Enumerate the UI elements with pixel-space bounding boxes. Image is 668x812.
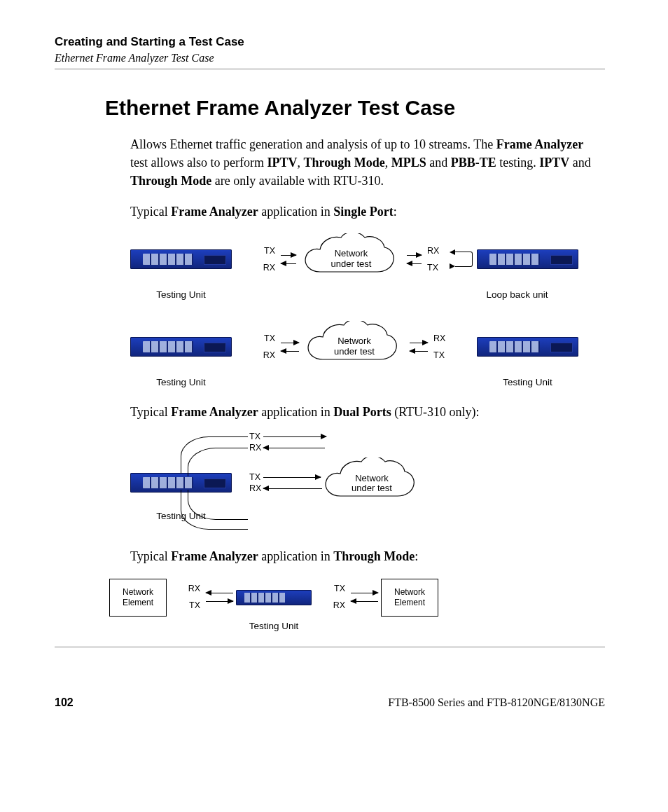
arrow-left-icon (263, 448, 325, 448)
rx-label: RX (427, 247, 439, 256)
tx-label: TX (334, 584, 345, 593)
through-mode-paragraph: Typical Frame Analyzer application in Th… (130, 547, 598, 565)
arrow-right-icon (407, 255, 422, 256)
header-divider (55, 69, 605, 69)
rx-label: RX (263, 351, 275, 360)
rx-label: RX (249, 443, 261, 453)
cloud-label-2: under test (352, 483, 392, 494)
network-element-box: NetworkElement (381, 579, 438, 617)
cloud-label-2: under test (331, 259, 372, 270)
arrow-left-icon (281, 263, 296, 264)
rx-label: RX (249, 484, 261, 493)
header-chapter: Creating and Starting a Test Case (55, 35, 605, 49)
diagram-dual-ports: Testing Unit Network under test TX RX TX… (130, 434, 605, 532)
dual-ports-paragraph: Typical Frame Analyzer application in Du… (130, 403, 598, 421)
network-element-box: NetworkElement (109, 579, 167, 617)
intro-paragraph: Allows Ethernet traffic generation and a… (130, 135, 598, 190)
tx-label: TX (189, 601, 200, 610)
arrow-right-icon (263, 477, 321, 478)
cloud-label-1: Network (335, 249, 368, 259)
caption-testing-unit: Testing Unit (109, 621, 438, 631)
caption-testing-unit: Testing Unit (130, 289, 232, 300)
rx-label: RX (433, 334, 445, 343)
tx-label: TX (264, 334, 275, 343)
tx-label: TX (264, 247, 275, 256)
arrow-right-icon (281, 343, 299, 343)
arrow-right-icon (410, 343, 428, 343)
device-icon (236, 590, 312, 605)
arrow-left-icon (263, 488, 322, 489)
arrow-right-icon (281, 255, 296, 256)
tx-label: TX (249, 473, 260, 482)
page-title: Ethernet Frame Analyzer Test Case (105, 96, 605, 120)
device-icon (130, 249, 232, 269)
arrow-left-icon (351, 601, 378, 602)
device-icon (130, 337, 232, 357)
cloud-icon: Network under test (302, 321, 407, 373)
header-section: Ethernet Frame Analyzer Test Case (55, 52, 605, 64)
cloud-icon: Network under test (319, 457, 424, 509)
tx-label: TX (433, 351, 445, 360)
cloud-label-1: Network (355, 474, 389, 484)
tx-label: TX (427, 263, 438, 273)
arrow-right-icon (263, 436, 326, 437)
rx-label: RX (333, 601, 345, 610)
arrow-left-icon (281, 351, 299, 352)
rx-label: RX (263, 263, 275, 273)
footer-divider (55, 647, 605, 647)
diagram-through-mode: NetworkElement RX TX TX RX (109, 579, 605, 631)
rx-label: RX (188, 584, 200, 593)
caption-testing-unit: Testing Unit (477, 377, 578, 387)
curve-icon (181, 490, 248, 530)
curve-icon (188, 448, 248, 476)
arrow-left-icon (206, 593, 233, 593)
diagram-single-port: TX RX Network under test (130, 233, 605, 387)
footer-doc-id: FTB-8500 Series and FTB-8120NGE/8130NGE (388, 696, 605, 709)
tx-label: TX (249, 432, 260, 441)
caption-testing-unit: Testing Unit (130, 377, 232, 387)
loopback-icon (455, 252, 473, 267)
device-icon (477, 249, 578, 269)
cloud-icon: Network under test (299, 233, 404, 285)
arrow-right-icon (206, 601, 233, 602)
cloud-label-2: under test (334, 347, 375, 357)
page-number: 102 (55, 696, 74, 709)
caption-loopback-unit: Loop back unit (456, 289, 578, 300)
cloud-label-1: Network (338, 336, 371, 347)
device-icon (477, 337, 578, 357)
arrow-right-icon (351, 593, 378, 593)
arrow-left-icon (410, 351, 428, 352)
arrow-left-icon (407, 263, 422, 264)
single-port-paragraph: Typical Frame Analyzer application in Si… (130, 202, 598, 221)
